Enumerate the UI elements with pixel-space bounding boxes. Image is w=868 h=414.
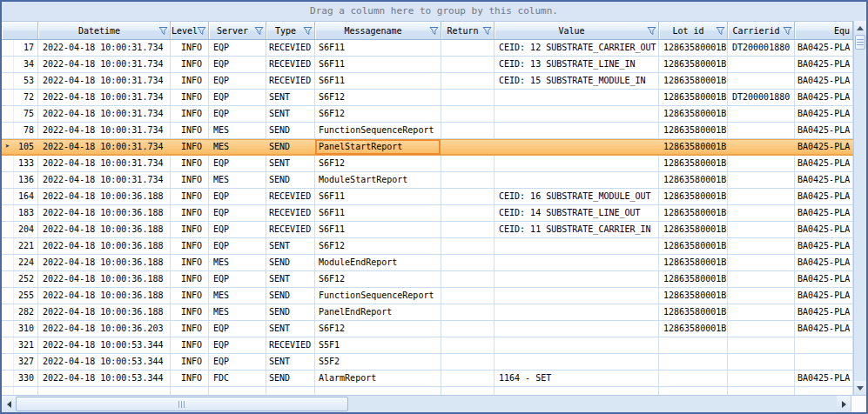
- group-by-panel[interactable]: Drag a column here to group by this colu…: [2, 2, 866, 21]
- cell-carrierid[interactable]: [728, 371, 795, 386]
- cell-carrierid[interactable]: [728, 57, 795, 72]
- cell-value[interactable]: CEID: 13 SUBSTRATE_LINE_IN: [495, 57, 659, 72]
- cell-carrierid[interactable]: [728, 271, 795, 287]
- cell-return[interactable]: [441, 156, 495, 171]
- cell-level[interactable]: INFO: [171, 271, 209, 287]
- cell-datetime[interactable]: 2022-04-18 10:00:36.188: [38, 271, 171, 287]
- cell-server[interactable]: EQP: [209, 238, 266, 254]
- cell-return[interactable]: [441, 139, 495, 155]
- cell-equipmentid[interactable]: [795, 354, 853, 370]
- cell-messagename[interactable]: S6F12: [315, 321, 441, 337]
- cell-equipmentid[interactable]: BA0425-PLA: [795, 57, 853, 72]
- cell-carrierid[interactable]: [728, 354, 795, 370]
- cell-equipmentid[interactable]: BA0425-PLA: [795, 73, 853, 89]
- row-indicator-cell[interactable]: 282: [2, 304, 38, 320]
- cell-level[interactable]: INFO: [171, 304, 209, 320]
- cell-datetime[interactable]: 2022-04-18 10:00:36.188: [38, 255, 171, 270]
- cell-lotid[interactable]: 12863580001B: [659, 106, 728, 122]
- cell-carrierid[interactable]: [728, 288, 795, 304]
- cell-carrierid[interactable]: [728, 189, 795, 204]
- cell-lotid[interactable]: [659, 387, 728, 395]
- table-row[interactable]: 183 2022-04-18 10:00:36.188 INFO EQP REC…: [2, 205, 853, 222]
- cell-lotid[interactable]: 12863580001B: [659, 304, 728, 320]
- cell-carrierid[interactable]: [728, 156, 795, 171]
- row-indicator-cell[interactable]: 327: [2, 354, 38, 370]
- cell-return[interactable]: [441, 271, 495, 287]
- cell-messagename[interactable]: S5F1: [315, 337, 441, 353]
- column-header-datetime[interactable]: Datetime: [38, 22, 171, 39]
- cell-value[interactable]: [495, 238, 659, 254]
- cell-level[interactable]: INFO: [171, 73, 209, 89]
- column-header-lotid[interactable]: Lot id: [659, 22, 728, 39]
- cell-value[interactable]: [495, 123, 659, 138]
- cell-datetime[interactable]: 2022-04-18 10:00:36.188: [38, 205, 171, 221]
- cell-type[interactable]: RECEVIED: [266, 205, 315, 221]
- cell-lotid[interactable]: 12863580001B: [659, 139, 728, 155]
- filter-funnel-icon[interactable]: [647, 26, 656, 36]
- column-header-level[interactable]: Level: [171, 22, 209, 39]
- cell-messagename[interactable]: FunctionSequenceReport: [315, 123, 441, 138]
- cell-value[interactable]: CEID: 16 SUBSTRATE_MODULE_OUT: [495, 189, 659, 204]
- cell-messagename[interactable]: FunctionSequenceReport: [315, 288, 441, 304]
- column-header-return[interactable]: Return: [441, 22, 495, 39]
- cell-value[interactable]: CEID: 14 SUBSTRATE_LINE_OUT: [495, 205, 659, 221]
- cell-value[interactable]: [495, 90, 659, 105]
- cell-equipmentid[interactable]: [795, 337, 853, 353]
- cell-datetime[interactable]: 2022-04-18 10:00:36.188: [38, 238, 171, 254]
- cell-carrierid[interactable]: [728, 205, 795, 221]
- row-indicator-cell[interactable]: ➤ 105: [2, 139, 38, 155]
- cell-carrierid[interactable]: [728, 255, 795, 270]
- filter-funnel-icon[interactable]: [303, 26, 313, 36]
- cell-messagename[interactable]: S6F11: [315, 57, 441, 72]
- cell-server[interactable]: EQP: [209, 57, 266, 72]
- row-indicator-cell[interactable]: 164: [2, 189, 38, 204]
- cell-lotid[interactable]: 12863580001B: [659, 189, 728, 204]
- filter-funnel-icon[interactable]: [429, 26, 439, 36]
- cell-value[interactable]: [495, 255, 659, 270]
- column-header-message[interactable]: Messagename: [315, 22, 441, 39]
- table-row[interactable]: 327 2022-04-18 10:00:53.344 INFO EQP SEN…: [2, 354, 853, 371]
- cell-server[interactable]: MES: [209, 139, 266, 155]
- cell-return[interactable]: [441, 238, 495, 254]
- table-row[interactable]: 255 2022-04-18 10:00:36.188 INFO MES SEN…: [2, 288, 853, 304]
- cell-carrierid[interactable]: [728, 73, 795, 89]
- cell-carrierid[interactable]: DT200001880: [728, 40, 795, 56]
- cell-type[interactable]: SENT: [266, 90, 315, 105]
- scroll-down-button[interactable]: [854, 381, 866, 395]
- cell-lotid[interactable]: 12863580001B: [659, 172, 728, 188]
- table-row[interactable]: 17 2022-04-18 10:00:31.734 INFO EQP RECE…: [2, 40, 853, 57]
- cell-lotid[interactable]: 12863580001B: [659, 238, 728, 254]
- row-indicator-cell[interactable]: 34: [2, 57, 38, 72]
- horizontal-scrollbar-track[interactable]: [348, 396, 837, 412]
- cell-value[interactable]: [495, 354, 659, 370]
- cell-messagename[interactable]: AlarmReport: [315, 371, 441, 386]
- cell-type[interactable]: RECEVIED: [266, 73, 315, 89]
- filter-funnel-icon[interactable]: [482, 26, 492, 36]
- table-row[interactable]: 136 2022-04-18 10:00:31.734 INFO MES SEN…: [2, 172, 853, 189]
- cell-server[interactable]: [209, 387, 266, 395]
- row-indicator-cell[interactable]: 183: [2, 205, 38, 221]
- filter-funnel-icon[interactable]: [158, 26, 168, 36]
- cell-equipmentid[interactable]: [795, 387, 853, 395]
- cell-level[interactable]: INFO: [171, 255, 209, 270]
- cell-return[interactable]: [441, 387, 495, 395]
- table-row[interactable]: 78 2022-04-18 10:00:31.734 INFO MES SEND…: [2, 123, 853, 139]
- cell-server[interactable]: MES: [209, 172, 266, 188]
- cell-messagename[interactable]: S6F12: [315, 238, 441, 254]
- table-row[interactable]: 34 2022-04-18 10:00:31.734 INFO EQP RECE…: [2, 57, 853, 73]
- cell-messagename[interactable]: S6F12: [315, 106, 441, 122]
- cell-carrierid[interactable]: [728, 123, 795, 138]
- cell-messagename[interactable]: PanelEndReport: [315, 304, 441, 320]
- cell-value[interactable]: [495, 271, 659, 287]
- cell-carrierid[interactable]: [728, 172, 795, 188]
- cell-value[interactable]: [495, 337, 659, 353]
- row-indicator-cell[interactable]: 72: [2, 90, 38, 105]
- cell-carrierid[interactable]: [728, 337, 795, 353]
- scroll-up-button[interactable]: [854, 21, 866, 35]
- cell-equipmentid[interactable]: BA0425-PLA: [795, 222, 853, 237]
- cell-equipmentid[interactable]: BA0425-PLA: [795, 172, 853, 188]
- cell-messagename[interactable]: S6F12: [315, 156, 441, 171]
- cell-server[interactable]: EQP: [209, 40, 266, 56]
- cell-type[interactable]: SEND: [266, 123, 315, 138]
- cell-lotid[interactable]: 12863580001B: [659, 90, 728, 105]
